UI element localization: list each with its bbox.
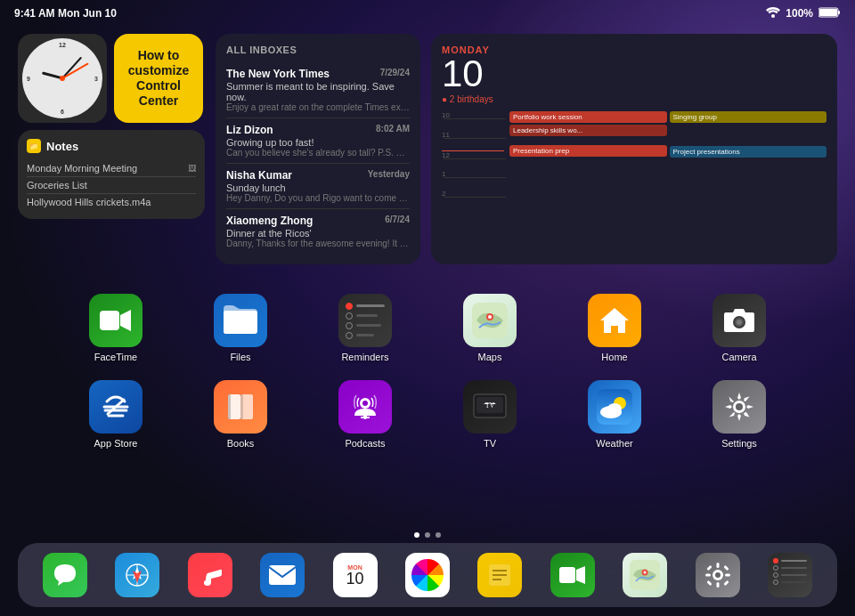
notes-header: 📁 Notes — [27, 139, 196, 153]
tv-icon: TV — [463, 380, 517, 434]
svg-rect-17 — [240, 394, 243, 419]
notes-title: Notes — [46, 140, 78, 153]
cal-event-1: Portfolio work session — [509, 111, 667, 123]
status-time: 9:41 AM Mon Jun 10 — [14, 7, 117, 20]
app-home[interactable]: Home — [579, 294, 650, 362]
dock-cal-day: 10 — [346, 571, 364, 587]
notes-list: Monday Morning Meeting 🖼 Groceries List … — [27, 160, 196, 210]
home-label: Home — [601, 352, 627, 362]
mail-item-2: Liz Dizon 8:02 AM Growing up too fast! C… — [226, 118, 410, 164]
dock-photos[interactable] — [405, 553, 450, 597]
cal-event-4: Project presentations — [670, 146, 827, 158]
svg-point-27 — [607, 403, 622, 414]
apps-row-2: App Store Books — [53, 380, 802, 449]
clock-face: 12 3 6 9 — [22, 38, 102, 118]
dock-mail[interactable] — [260, 553, 305, 597]
svg-rect-16 — [228, 394, 231, 419]
status-right: 100% — [766, 5, 841, 21]
svg-point-0 — [771, 14, 775, 18]
camera-icon — [712, 294, 766, 347]
svg-marker-5 — [120, 310, 131, 331]
app-maps[interactable]: Maps — [454, 294, 525, 362]
cal-time-col: 10 11 12 1 2 — [442, 111, 504, 209]
app-camera[interactable]: Camera — [704, 294, 775, 362]
maps-label: Maps — [478, 352, 502, 362]
mail-item-1: The New York Times 7/29/24 Summer is mea… — [226, 62, 410, 118]
camera-label: Camera — [721, 352, 756, 362]
page-dot-2[interactable] — [425, 532, 430, 538]
notes-folder-icon: 📁 — [27, 139, 41, 153]
svg-rect-51 — [723, 565, 729, 571]
settings-label: Settings — [721, 438, 757, 449]
dock-settings[interactable] — [696, 553, 740, 597]
svg-rect-3 — [838, 11, 840, 14]
svg-rect-46 — [716, 563, 719, 568]
app-facetime[interactable]: FaceTime — [80, 294, 151, 362]
page-dot-1[interactable] — [414, 532, 419, 538]
reminders-label: Reminders — [341, 352, 388, 362]
svg-rect-4 — [100, 311, 119, 330]
cal-birthdays: ● 2 birthdays — [442, 94, 826, 104]
cal-event-5: Presentation prep — [509, 145, 667, 157]
svg-rect-2 — [819, 9, 837, 16]
left-widgets: 12 3 6 9 How to customize Control Center… — [18, 34, 205, 264]
svg-text:TV: TV — [485, 401, 495, 409]
svg-rect-7 — [224, 311, 240, 334]
app-weather[interactable]: Weather — [579, 380, 650, 449]
dock-reminders[interactable] — [768, 553, 812, 597]
home-icon — [588, 294, 641, 347]
podcasts-label: Podcasts — [345, 438, 385, 449]
calendar-widget[interactable]: MONDAY 10 ● 2 birthdays 10 11 12 1 2 Por… — [431, 34, 837, 264]
page-dot-3[interactable] — [436, 532, 441, 538]
notes-item-1: Monday Morning Meeting 🖼 — [27, 160, 196, 177]
weather-label: Weather — [596, 438, 632, 449]
weather-icon — [588, 380, 641, 434]
svg-rect-50 — [706, 565, 712, 571]
cal-event-2: Singing group — [670, 111, 827, 123]
files-label: Files — [230, 352, 250, 362]
dock-calendar[interactable]: MON 10 — [333, 553, 378, 597]
cal-date: 10 — [442, 55, 826, 93]
dock-facetime[interactable] — [550, 553, 595, 597]
notes-widget[interactable]: 📁 Notes Monday Morning Meeting 🖼 Groceri… — [18, 130, 205, 219]
app-tv[interactable]: TV TV — [454, 380, 525, 449]
app-books[interactable]: Books — [205, 380, 276, 449]
battery-icon — [818, 5, 841, 21]
app-settings[interactable]: Settings — [704, 380, 775, 449]
app-files[interactable]: Files — [205, 294, 276, 362]
svg-rect-34 — [269, 565, 296, 585]
dock-messages[interactable] — [43, 553, 87, 597]
dock-music[interactable] — [188, 553, 232, 597]
books-icon — [214, 380, 267, 434]
dock-notes[interactable] — [477, 553, 522, 597]
clock-widget[interactable]: 12 3 6 9 — [18, 34, 107, 123]
mail-header: All Inboxes — [226, 45, 410, 55]
dock-safari[interactable] — [115, 553, 159, 597]
svg-point-45 — [715, 572, 721, 578]
control-center-widget[interactable]: How to customize Control Center — [114, 34, 203, 123]
tv-label: TV — [484, 438, 496, 449]
app-appstore[interactable]: App Store — [80, 380, 151, 449]
svg-rect-52 — [706, 580, 712, 586]
photos-wheel — [411, 559, 444, 591]
svg-rect-48 — [705, 574, 711, 577]
svg-rect-39 — [559, 567, 575, 583]
dock-maps[interactable] — [623, 553, 667, 597]
app-podcasts[interactable]: Podcasts — [330, 380, 401, 449]
files-icon — [214, 294, 267, 347]
facetime-icon — [89, 294, 142, 347]
apps-area: FaceTime Files Re — [53, 294, 802, 466]
center-dot — [60, 76, 65, 81]
widgets-area: 12 3 6 9 How to customize Control Center… — [18, 34, 837, 264]
svg-marker-40 — [576, 566, 585, 584]
maps-icon — [463, 294, 517, 347]
mail-widget[interactable]: All Inboxes The New York Times 7/29/24 S… — [216, 34, 420, 264]
reminders-icon — [338, 294, 392, 347]
clock-notes-row: 12 3 6 9 How to customize Control Center — [18, 34, 205, 123]
svg-point-13 — [737, 320, 742, 325]
page-dots — [0, 532, 855, 538]
app-reminders[interactable]: Reminders — [330, 294, 401, 362]
svg-rect-47 — [716, 582, 719, 588]
cal-events: Portfolio work session Leadership skills… — [509, 111, 826, 209]
podcasts-icon — [338, 380, 392, 434]
